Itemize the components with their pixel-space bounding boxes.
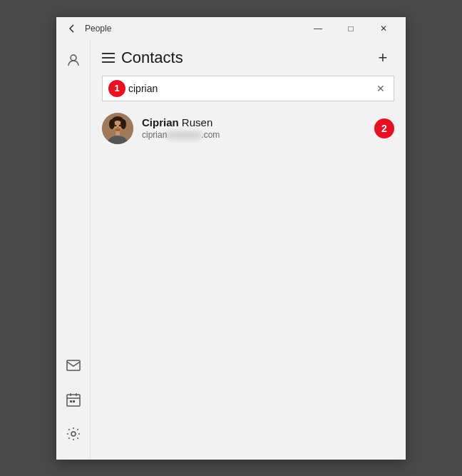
title-bar: People — □ ✕ [56, 17, 406, 40]
hamburger-button[interactable] [102, 53, 115, 63]
window-title: People [82, 24, 302, 34]
search-input[interactable] [128, 83, 374, 94]
svg-rect-17 [115, 131, 120, 136]
contact-email-middle: xxxxxxxx [167, 130, 201, 140]
contact-email-prefix: ciprian [142, 130, 167, 140]
contact-avatar [102, 113, 133, 144]
close-button[interactable]: ✕ [367, 17, 400, 40]
mail-icon[interactable] [59, 351, 88, 380]
sidebar-person-icon[interactable] [59, 46, 88, 74]
contact-list: Ciprian Rusen ciprianxxxxxxxx.com 2 [91, 107, 406, 460]
svg-point-5 [71, 432, 76, 436]
svg-point-10 [109, 119, 115, 129]
search-box: 1 ✕ [102, 76, 394, 101]
contact-step-badge: 2 [374, 118, 394, 138]
contact-name: Ciprian Rusen [142, 116, 369, 128]
svg-point-14 [119, 124, 120, 126]
svg-rect-1 [67, 360, 80, 370]
minimize-button[interactable]: — [302, 17, 334, 40]
header: Contacts + [91, 40, 406, 73]
sidebar-top [59, 46, 88, 74]
settings-icon[interactable] [59, 420, 88, 448]
svg-rect-3 [70, 400, 72, 402]
search-container: 1 ✕ [91, 73, 406, 107]
contact-email: ciprianxxxxxxxx.com [142, 130, 369, 140]
sidebar [56, 40, 91, 460]
svg-rect-4 [73, 400, 75, 402]
search-clear-button[interactable]: ✕ [374, 80, 388, 97]
contact-email-suffix: .com [201, 130, 220, 140]
back-button[interactable] [62, 19, 82, 39]
calendar-icon[interactable] [59, 385, 88, 414]
svg-point-13 [115, 124, 116, 126]
page-title: Contacts [121, 49, 371, 67]
contact-first-name: Ciprian [142, 116, 179, 128]
svg-point-0 [71, 55, 76, 61]
contact-item[interactable]: Ciprian Rusen ciprianxxxxxxxx.com 2 [102, 107, 394, 150]
app-body: Contacts + 1 ✕ [56, 40, 406, 460]
contact-info: Ciprian Rusen ciprianxxxxxxxx.com [142, 116, 369, 140]
contact-last-name: Rusen [182, 116, 212, 128]
window-controls: — □ ✕ [302, 17, 400, 40]
add-contact-button[interactable]: + [371, 49, 394, 67]
sidebar-bottom [59, 351, 88, 448]
main-content: Contacts + 1 ✕ [91, 40, 406, 460]
search-step-badge: 1 [108, 80, 125, 97]
app-window: People — □ ✕ [56, 17, 406, 460]
svg-point-11 [120, 119, 126, 129]
svg-point-15 [117, 127, 119, 128]
maximize-button[interactable]: □ [334, 17, 367, 40]
